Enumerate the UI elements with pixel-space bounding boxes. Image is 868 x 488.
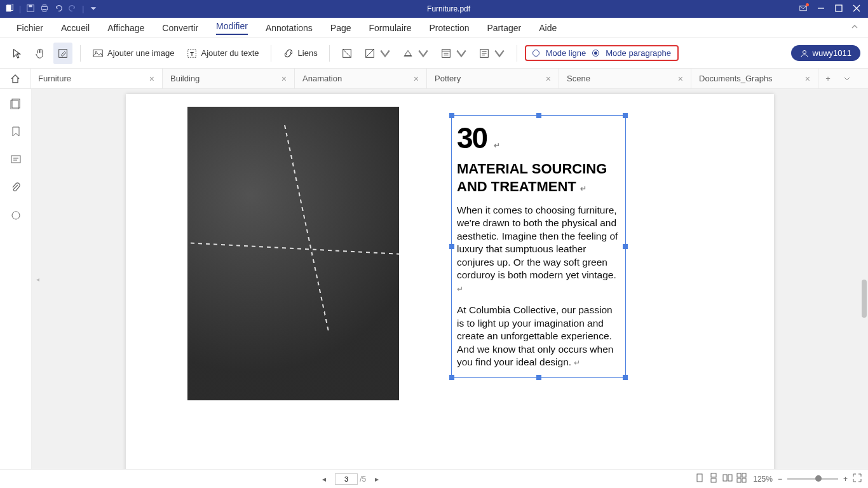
tab-anamation[interactable]: Anamation× [295, 69, 427, 88]
menu-formulaire[interactable]: Formulaire [360, 18, 421, 37]
title-bar: | | Furniture.pdf [0, 0, 868, 18]
bates-numbering-tool[interactable] [475, 43, 509, 64]
menu-accueil[interactable]: Accueil [52, 18, 98, 37]
close-icon[interactable]: × [678, 74, 683, 84]
add-tab-button[interactable]: + [818, 69, 837, 88]
close-icon[interactable] [853, 4, 860, 14]
thumbnails-icon[interactable] [10, 98, 22, 112]
mode-paragraph-radio[interactable] [592, 50, 599, 57]
resize-handle[interactable] [449, 113, 454, 118]
watermark-tool[interactable] [360, 43, 395, 64]
resize-handle[interactable] [623, 375, 628, 380]
background-tool[interactable] [398, 43, 433, 64]
svg-rect-43 [711, 478, 716, 482]
links-button[interactable]: Liens [279, 43, 322, 64]
menu-convertir[interactable]: Convertir [153, 18, 207, 37]
close-icon[interactable]: × [805, 74, 810, 84]
select-tool[interactable] [8, 43, 27, 64]
menu-protection[interactable]: Protection [420, 18, 478, 37]
page-canvas[interactable]: 30 ↵ MATERIAL SOURCING AND TREATMENT ↵ W… [43, 89, 857, 469]
zoom-controls: 125% − + [753, 473, 862, 484]
tab-scene[interactable]: Scene× [559, 69, 691, 88]
gutter-left[interactable]: ◂ [32, 89, 43, 469]
maximize-icon[interactable] [835, 4, 843, 14]
vertical-scrollbar[interactable] [860, 89, 867, 469]
redo-icon[interactable] [68, 4, 77, 15]
resize-handle[interactable] [536, 113, 541, 118]
undo-icon[interactable] [54, 4, 63, 15]
two-page-view-icon[interactable] [722, 473, 733, 485]
pilcrow-icon: ↵ [580, 184, 587, 193]
titlebar-left-icons: | | [0, 4, 98, 15]
menu-partager[interactable]: Partager [478, 18, 530, 37]
mode-line-radio[interactable] [532, 50, 539, 57]
resize-handle[interactable] [623, 244, 628, 249]
zoom-in-button[interactable]: + [843, 475, 848, 484]
paragraph-1-text[interactable]: When it comes to choosing furniture, we'… [457, 205, 618, 280]
search-panel-icon[interactable] [10, 210, 22, 224]
scrollbar-thumb[interactable] [862, 280, 867, 318]
dropdown-icon[interactable] [89, 4, 98, 15]
continuous-view-icon[interactable] [709, 473, 719, 485]
leather-image[interactable] [187, 107, 399, 400]
fullscreen-icon[interactable] [853, 473, 862, 484]
header-footer-tool[interactable] [437, 43, 471, 64]
single-page-view-icon[interactable] [695, 473, 705, 485]
comments-icon[interactable] [10, 154, 22, 168]
menu-affichage[interactable]: Affichage [98, 18, 153, 37]
menu-aide[interactable]: Aide [530, 18, 566, 37]
tab-overflow-button[interactable] [837, 69, 857, 88]
tab-furniture[interactable]: Furniture× [31, 69, 163, 88]
bookmarks-icon[interactable] [10, 126, 22, 140]
close-icon[interactable]: × [281, 74, 287, 84]
svg-rect-45 [728, 475, 732, 481]
add-text-button[interactable]: T Ajouter du texte [182, 43, 263, 64]
svg-line-18 [342, 49, 351, 57]
close-icon[interactable]: × [414, 74, 419, 84]
zoom-slider-knob[interactable] [815, 475, 822, 482]
selected-text-block[interactable]: 30 ↵ MATERIAL SOURCING AND TREATMENT ↵ W… [451, 115, 626, 378]
home-tab[interactable] [0, 69, 31, 88]
mode-paragraph-label: Mode paragraphe [606, 48, 671, 58]
svg-rect-5 [43, 4, 46, 6]
prev-page-button[interactable]: ◂ [322, 475, 326, 484]
page-number-input[interactable] [335, 473, 358, 485]
add-image-label: Ajouter une image [107, 48, 175, 58]
resize-handle[interactable] [449, 375, 454, 380]
zoom-out-button[interactable]: − [778, 475, 782, 484]
minimize-icon[interactable] [817, 4, 825, 14]
zoom-slider[interactable] [787, 478, 838, 480]
close-icon[interactable]: × [149, 74, 154, 84]
edit-tool[interactable] [53, 43, 72, 64]
two-page-continuous-view-icon[interactable] [736, 473, 747, 485]
document-tabs: Furniture× Building× Anamation× Pottery×… [0, 69, 868, 89]
print-icon[interactable] [40, 4, 49, 15]
paragraph-2-text[interactable]: At Columbia Collective, our passion is t… [457, 304, 613, 367]
tab-pottery[interactable]: Pottery× [427, 69, 559, 88]
page-total-label: /5 [360, 475, 366, 484]
resize-handle[interactable] [623, 113, 628, 118]
add-image-button[interactable]: Ajouter une image [88, 43, 179, 64]
crop-tool[interactable] [337, 43, 356, 64]
hand-tool[interactable] [31, 43, 50, 64]
menu-page[interactable]: Page [322, 18, 360, 37]
collapse-ribbon-icon[interactable] [850, 22, 859, 33]
tab-building[interactable]: Building× [163, 69, 295, 88]
menu-modifier[interactable]: Modifier [207, 18, 257, 37]
user-account-button[interactable]: wuwy1011 [791, 45, 860, 61]
mail-icon[interactable] [799, 4, 807, 14]
save-icon[interactable] [26, 4, 35, 15]
menu-fichier[interactable]: Fichier [8, 18, 52, 37]
tab-documents-graphs[interactable]: Documents_Graphs× [691, 69, 818, 88]
separator [80, 45, 81, 62]
resize-handle[interactable] [449, 244, 454, 249]
close-icon[interactable]: × [546, 74, 551, 84]
page-number-text[interactable]: 30 [457, 121, 487, 154]
resize-handle[interactable] [536, 375, 541, 380]
menu-bar: Fichier Accueil Affichage Convertir Modi… [0, 18, 868, 38]
left-sidebar [0, 89, 32, 469]
attachments-icon[interactable] [10, 182, 22, 196]
edit-mode-toggle: Mode ligne Mode paragraphe [525, 45, 679, 61]
menu-annotations[interactable]: Annotations [257, 18, 322, 37]
next-page-button[interactable]: ▸ [375, 475, 379, 484]
